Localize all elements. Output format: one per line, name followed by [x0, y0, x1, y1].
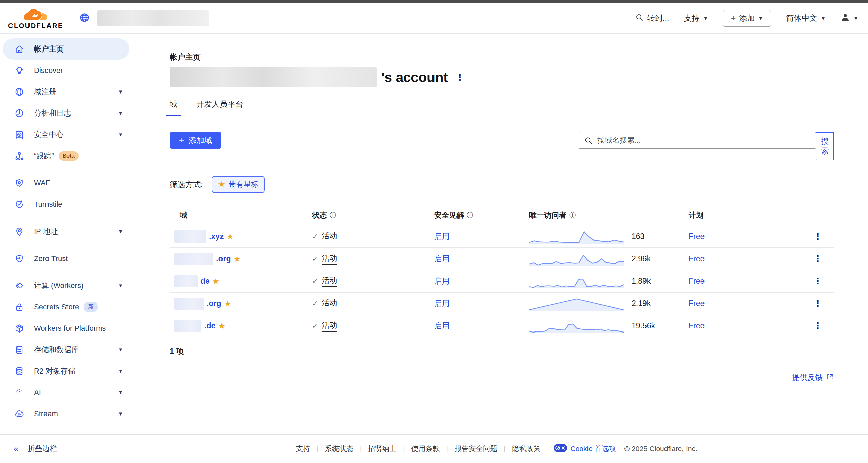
add-menu-button[interactable]: + 添加 ▼ — [723, 10, 771, 27]
star-icon[interactable]: ★ — [226, 232, 234, 241]
search-input[interactable] — [579, 132, 816, 149]
sidebar-item-workers-for-platforms[interactable]: Workers for Platforms — [0, 318, 132, 339]
sidebar-item-storage-databases[interactable]: 存储和数据库 ▼ — [0, 339, 132, 360]
sidebar-item-turnstile[interactable]: Turnstile — [0, 194, 132, 215]
search-button[interactable]: 搜索 — [816, 132, 834, 160]
search-icon — [635, 13, 643, 23]
domain-link[interactable]: .xyz — [209, 232, 224, 241]
sidebar-item-trace[interactable]: “跟踪” Beta — [0, 145, 132, 166]
sidebar-item-ai[interactable]: AI ▼ — [0, 382, 132, 403]
tab-developer-platform[interactable]: 开发人员平台 — [193, 99, 247, 116]
collapse-sidebar-button[interactable]: « 折叠边栏 — [0, 435, 132, 463]
sidebar-divider — [7, 272, 124, 272]
sidebar-item-security-center[interactable]: 安全中心 ▼ — [0, 124, 132, 145]
visitors-count: 19.56k — [632, 321, 655, 330]
domain-link[interactable]: de — [200, 277, 210, 286]
domain-link[interactable]: .org — [207, 299, 221, 308]
status-badge: 活动 — [322, 320, 337, 332]
domain-link[interactable]: .de — [204, 321, 215, 330]
info-icon[interactable]: ⓘ — [569, 211, 576, 220]
feedback-link[interactable]: 提供反馈 — [792, 372, 834, 383]
cookie-consent-icon — [554, 444, 567, 454]
footer-link-privacy[interactable]: 隐私政策 — [506, 444, 547, 454]
footer-link-terms[interactable]: 使用条款 — [405, 444, 446, 454]
domains-table: 域 状态ⓘ 安全见解ⓘ 唯一访问者ⓘ 计划 .xyz★ ✓活动 启用 163 F… — [170, 205, 834, 337]
sidebar-item-secrets-store[interactable]: Secrets Store 新 — [0, 296, 132, 318]
star-icon[interactable]: ★ — [224, 299, 231, 308]
language-menu[interactable]: 简体中文 ▼ — [786, 13, 826, 23]
plan-link[interactable]: Free — [689, 321, 705, 330]
globe-icon — [79, 12, 90, 24]
support-menu[interactable]: 支持 ▼ — [684, 13, 708, 23]
sidebar-item-analytics-logs[interactable]: 分析和日志 ▼ — [0, 102, 132, 124]
star-icon: ★ — [218, 180, 225, 189]
account-kebab-menu[interactable]: ⋮ — [452, 72, 467, 83]
collapse-icon: « — [14, 444, 18, 454]
col-status: 状态ⓘ — [302, 210, 424, 220]
shield-arrow-icon — [14, 253, 25, 264]
footer-link-report-security[interactable]: 报告安全问题 — [448, 444, 504, 454]
sidebar-item-discover[interactable]: Discover — [0, 60, 132, 81]
row-kebab-menu[interactable]: ⋮ — [811, 298, 825, 309]
chevron-down-icon: ▼ — [118, 283, 123, 288]
sidebar-item-stream[interactable]: Stream ▼ — [0, 403, 132, 424]
starred-filter-chip[interactable]: ★ 带有星标 — [212, 176, 265, 193]
sidebar-item-zero-trust[interactable]: Zero Trust — [0, 248, 132, 269]
sidebar-item-compute-workers[interactable]: 计算 (Workers) ▼ — [0, 275, 132, 296]
insight-link[interactable]: 启用 — [434, 298, 450, 309]
sidebar-item-account-home[interactable]: 帐户主页 — [3, 38, 129, 60]
info-icon[interactable]: ⓘ — [467, 211, 473, 220]
external-link-icon — [826, 373, 834, 382]
redacted-domain — [174, 253, 213, 265]
row-kebab-menu[interactable]: ⋮ — [811, 231, 825, 242]
visitors-count: 1.89k — [632, 277, 651, 286]
footer-link-careers[interactable]: 招贤纳士 — [362, 444, 403, 454]
check-icon: ✓ — [312, 277, 318, 286]
footer-links: 支持| 系统状态| 招贤纳士| 使用条款| 报告安全问题| 隐私政策 Cooki… — [132, 444, 868, 454]
chevron-down-icon: ▼ — [118, 110, 123, 116]
row-kebab-menu[interactable]: ⋮ — [811, 276, 825, 286]
tab-domains[interactable]: 域 — [166, 99, 181, 116]
copyright: © 2025 Cloudflare, Inc. — [622, 445, 711, 453]
insight-link[interactable]: 启用 — [434, 321, 450, 331]
footer-link-system-status[interactable]: 系统状态 — [319, 444, 360, 454]
plan-link[interactable]: Free — [689, 299, 705, 308]
insight-link[interactable]: 启用 — [434, 231, 450, 242]
star-icon[interactable]: ★ — [233, 254, 241, 264]
sidebar-item-domain-registration[interactable]: 域注册 ▼ — [0, 81, 132, 102]
cube-icon — [14, 323, 25, 334]
plan-link[interactable]: Free — [689, 277, 705, 286]
vault-icon — [14, 129, 25, 140]
row-kebab-menu[interactable]: ⋮ — [811, 321, 825, 331]
star-icon[interactable]: ★ — [212, 277, 220, 286]
footer-link-support[interactable]: 支持 — [289, 444, 316, 454]
info-icon[interactable]: ⓘ — [330, 211, 336, 220]
star-icon[interactable]: ★ — [218, 321, 226, 331]
user-icon — [841, 13, 850, 24]
sidebar-item-waf[interactable]: WAF — [0, 172, 132, 194]
search-icon — [584, 136, 593, 146]
check-icon: ✓ — [312, 299, 318, 308]
sidebar-item-r2-object-storage[interactable]: R2 对象存储 ▼ — [0, 360, 132, 382]
redacted-domain — [174, 298, 204, 310]
user-menu[interactable]: ▼ — [841, 13, 859, 24]
redacted-account-title — [170, 67, 377, 87]
domain-link[interactable]: .org — [216, 254, 231, 263]
add-domain-button[interactable]: + 添加域 — [170, 132, 221, 149]
new-badge: 新 — [84, 302, 98, 312]
redacted-domain — [174, 230, 206, 243]
cookie-preferences-link[interactable]: Cookie 首选项 — [547, 444, 622, 454]
table-row: .org★ ✓活动 启用 2.19k Free ⋮ — [170, 293, 834, 315]
plan-link[interactable]: Free — [689, 254, 705, 263]
redacted-domain — [174, 320, 201, 332]
quick-search[interactable]: 转到... — [635, 13, 669, 23]
cloudflare-logo[interactable]: CLOUDFLARE — [8, 7, 63, 29]
account-switcher[interactable] — [79, 10, 209, 26]
sidebar-item-ip-addresses[interactable]: IP 地址 ▼ — [0, 221, 132, 242]
insight-link[interactable]: 启用 — [434, 254, 450, 264]
www-globe-icon — [14, 86, 25, 98]
row-kebab-menu[interactable]: ⋮ — [811, 254, 825, 264]
redacted-domain — [174, 275, 198, 287]
insight-link[interactable]: 启用 — [434, 276, 450, 286]
plan-link[interactable]: Free — [689, 232, 705, 241]
